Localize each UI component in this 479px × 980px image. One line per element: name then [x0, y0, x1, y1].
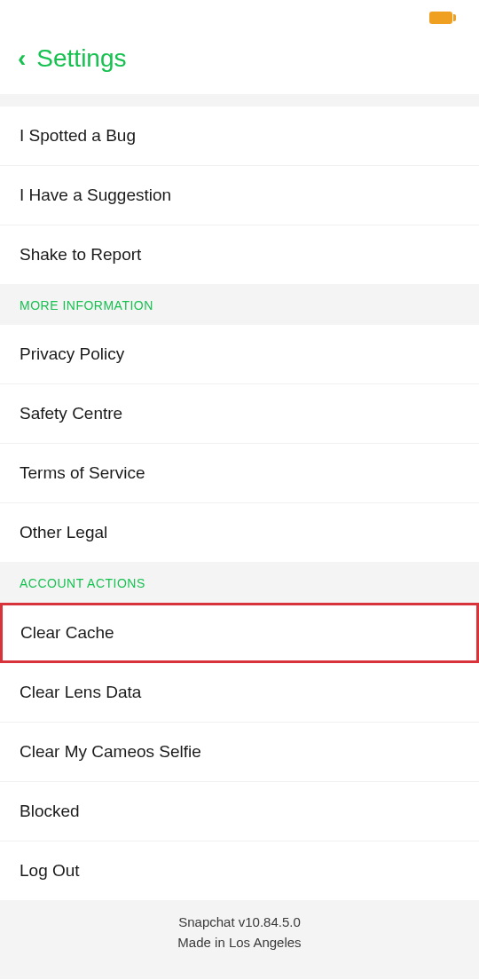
list-item-terms-of-service[interactable]: Terms of Service: [0, 444, 479, 503]
list-item-clear-lens-data[interactable]: Clear Lens Data: [0, 663, 479, 723]
header-title: Settings: [36, 44, 126, 73]
list-item-clear-cache[interactable]: Clear Cache: [3, 605, 476, 660]
list-item-label: Privacy Policy: [20, 344, 124, 363]
list-item-label: Blocked: [20, 802, 80, 820]
feedback-section: I Spotted a Bug I Have a Suggestion Shak…: [0, 107, 479, 284]
footer-location: Made in Los Angeles: [0, 933, 479, 953]
footer-version: Snapchat v10.84.5.0: [0, 913, 479, 933]
header: ‹ Settings: [0, 36, 479, 94]
list-item-label: Terms of Service: [20, 463, 145, 482]
highlight-box: Clear Cache: [0, 603, 479, 663]
section-header-label: MORE INFORMATION: [20, 298, 153, 312]
list-item-label: Other Legal: [20, 523, 107, 541]
list-item-privacy-policy[interactable]: Privacy Policy: [0, 325, 479, 384]
list-item-other-legal[interactable]: Other Legal: [0, 503, 479, 562]
list-item-label: Clear My Cameos Selfie: [20, 742, 201, 761]
battery-icon: [429, 12, 452, 24]
status-bar: [0, 0, 479, 36]
list-item-label: Clear Lens Data: [20, 683, 141, 701]
list-item-label: I Have a Suggestion: [20, 186, 171, 204]
list-item-label: Safety Centre: [20, 404, 122, 423]
list-item-clear-cameos-selfie[interactable]: Clear My Cameos Selfie: [0, 723, 479, 782]
list-item-label: Shake to Report: [20, 245, 141, 264]
list-item-blocked[interactable]: Blocked: [0, 782, 479, 842]
section-header-account-actions: ACCOUNT ACTIONS: [0, 562, 479, 603]
footer: Snapchat v10.84.5.0 Made in Los Angeles: [0, 900, 479, 979]
account-actions-section: Clear Lens Data Clear My Cameos Selfie B…: [0, 663, 479, 900]
more-info-section: Privacy Policy Safety Centre Terms of Se…: [0, 325, 479, 562]
list-item-shake-report[interactable]: Shake to Report: [0, 225, 479, 284]
list-item-log-out[interactable]: Log Out: [0, 842, 479, 900]
list-item-safety-centre[interactable]: Safety Centre: [0, 384, 479, 444]
list-item-label: Clear Cache: [20, 623, 114, 642]
section-header-more-info: MORE INFORMATION: [0, 284, 479, 325]
list-item-bug[interactable]: I Spotted a Bug: [0, 107, 479, 166]
list-item-label: Log Out: [20, 861, 80, 880]
section-header-label: ACCOUNT ACTIONS: [20, 576, 145, 590]
back-chevron-icon[interactable]: ‹: [18, 46, 26, 71]
list-item-suggestion[interactable]: I Have a Suggestion: [0, 166, 479, 225]
section-gap: [0, 94, 479, 107]
list-item-label: I Spotted a Bug: [20, 126, 136, 145]
